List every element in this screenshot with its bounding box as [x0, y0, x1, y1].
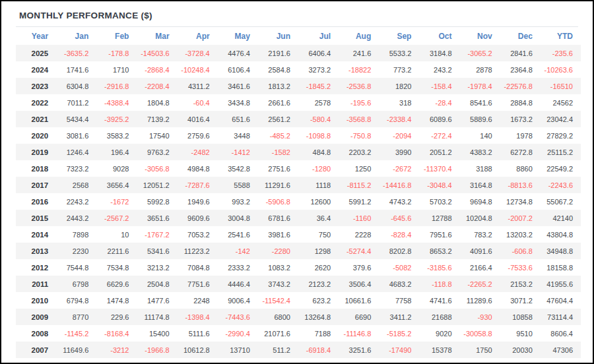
value-cell: 3004.8 [218, 210, 258, 226]
value-cell: 24562 [541, 94, 581, 111]
value-cell: -60.4 [178, 94, 218, 111]
column-header-may: May [218, 27, 258, 45]
value-cell: -1966.8 [137, 342, 177, 358]
value-cell: 2166.4 [460, 259, 500, 276]
value-cell: -1412 [218, 144, 258, 160]
value-cell: 2504.8 [137, 276, 177, 292]
value-cell: 2228 [339, 226, 379, 243]
value-cell: 5588 [218, 177, 258, 193]
year-cell: 2007 [16, 342, 56, 358]
value-cell: 1083.2 [258, 259, 298, 276]
value-cell: 10612.8 [178, 342, 218, 358]
table-row: 20106794.81474.81477.622489006.4-11542.4… [16, 292, 581, 309]
value-cell: 13203.2 [500, 226, 541, 243]
value-cell: 3981.6 [258, 226, 298, 243]
value-cell: -2990.4 [218, 325, 258, 342]
value-cell: -1145.2 [56, 325, 96, 342]
value-cell: -3185.6 [419, 259, 459, 276]
value-cell: 47604.4 [541, 292, 581, 309]
value-cell: -14503.6 [137, 45, 177, 61]
value-cell: 2243.2 [56, 193, 96, 210]
value-cell: -8168.4 [96, 325, 137, 342]
value-cell: -28.4 [419, 94, 459, 111]
year-cell: 2014 [16, 226, 56, 243]
value-cell: 9510 [500, 325, 541, 342]
value-cell: -606.8 [500, 243, 541, 259]
value-cell: 9763.2 [137, 144, 177, 160]
value-cell: -2338.4 [379, 111, 419, 127]
value-cell: 3411.2 [379, 309, 419, 325]
year-cell: 2025 [16, 45, 56, 61]
app-frame: MONTHLY PERFORMANCE ($) YearJanFebMarApr… [0, 0, 594, 364]
value-cell: 6690 [339, 309, 379, 325]
value-cell: 2051.2 [419, 144, 459, 160]
value-cell: 783.2 [460, 226, 500, 243]
value-cell: 12600 [298, 193, 339, 210]
year-cell: 2010 [16, 292, 56, 309]
value-cell: 2584.8 [258, 61, 298, 78]
value-cell: 8653.2 [419, 243, 459, 259]
table-row: 20215434.4-3925.27139.24016.4651.62561.2… [16, 111, 581, 127]
value-cell: 10204.8 [460, 210, 500, 226]
value-cell: -18822 [339, 61, 379, 78]
value-cell: 22549.2 [541, 160, 581, 177]
value-cell: 7898 [56, 226, 96, 243]
value-cell: 4984.8 [178, 160, 218, 177]
value-cell: 25115.2 [541, 144, 581, 160]
value-cell: 15378 [419, 342, 459, 358]
value-cell: -750.8 [339, 127, 379, 144]
value-cell: 1813.2 [258, 78, 298, 94]
value-cell: 8541.6 [460, 94, 500, 111]
value-cell: 10 [96, 226, 137, 243]
value-cell: 3213.2 [137, 259, 177, 276]
column-header-aug: Aug [339, 27, 379, 45]
value-cell: 2878 [460, 61, 500, 78]
value-cell: 5992.8 [137, 193, 177, 210]
value-cell: 73114.4 [541, 309, 581, 325]
value-cell: 7758 [379, 292, 419, 309]
column-header-ytd: YTD [541, 27, 581, 45]
value-cell: 10661.6 [339, 292, 379, 309]
value-cell: -142 [218, 243, 258, 259]
value-cell: 7139.2 [137, 111, 177, 127]
table-row: 20241741.61710-2868.4-10248.46106.42584.… [16, 61, 581, 78]
value-cell: -2482 [178, 144, 218, 160]
value-cell: 6106.4 [218, 61, 258, 78]
value-cell: -7443.6 [218, 309, 258, 325]
value-cell: -1160 [339, 210, 379, 226]
value-cell: 42140 [541, 210, 581, 226]
value-cell: -10263.6 [541, 61, 581, 78]
value-cell: 4743.2 [379, 193, 419, 210]
value-cell: -2265.2 [460, 276, 500, 292]
year-cell: 2023 [16, 78, 56, 94]
value-cell: 7544.8 [56, 259, 96, 276]
value-cell: 3506.4 [339, 276, 379, 292]
value-cell: 1477.6 [137, 292, 177, 309]
value-cell: -3048.4 [419, 177, 459, 193]
value-cell: 20030 [500, 342, 541, 358]
table-row: 20098770229.611174.8-1398.4-7443.6680013… [16, 309, 581, 325]
value-cell: 27829.2 [541, 127, 581, 144]
value-cell: 3651.6 [137, 210, 177, 226]
value-cell: -930 [460, 309, 500, 325]
monthly-performance-table: YearJanFebMarAprMayJunJulAugSepOctNovDec… [16, 27, 581, 358]
value-cell: -2007.2 [500, 210, 541, 226]
value-cell: 623.2 [298, 292, 339, 309]
column-header-apr: Apr [178, 27, 218, 45]
year-cell: 2008 [16, 325, 56, 342]
value-cell: -1398.4 [178, 309, 218, 325]
value-cell: 12051.2 [137, 177, 177, 193]
value-cell: 8770 [56, 309, 96, 325]
value-cell: -580.4 [298, 111, 339, 127]
table-row: 201322302211.65341.611223.2-142-22801298… [16, 243, 581, 259]
value-cell: 1750 [460, 342, 500, 358]
value-cell: -5274.4 [339, 243, 379, 259]
table-row: 201167986629.62504.87751.64446.43743.221… [16, 276, 581, 292]
table-row: 20127544.87534.83213.27084.82333.21083.2… [16, 259, 581, 276]
value-cell: 1710 [96, 61, 137, 78]
value-cell: 4476.4 [218, 45, 258, 61]
value-cell: -3568.8 [339, 111, 379, 127]
value-cell: 1949.6 [178, 193, 218, 210]
table-header: YearJanFebMarAprMayJunJulAugSepOctNovDec… [16, 27, 581, 45]
table-row: 20162243.2-16725992.81949.6993.2-5906.81… [16, 193, 581, 210]
